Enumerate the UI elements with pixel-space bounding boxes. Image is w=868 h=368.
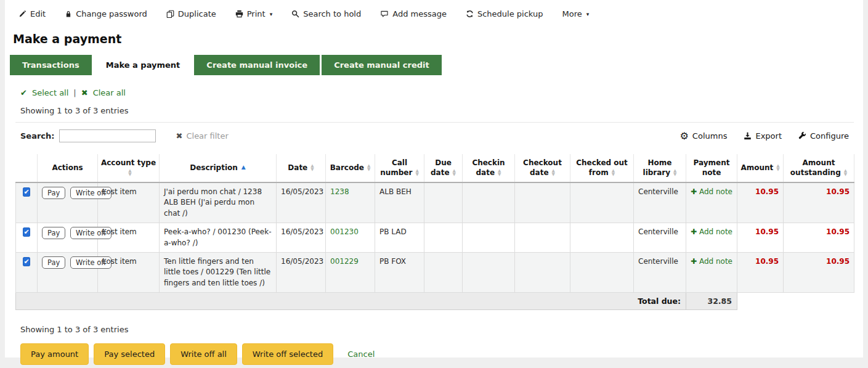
- tab-transactions[interactable]: Transactions: [10, 55, 92, 75]
- account-tabs: Transactions Make a payment Create manua…: [10, 55, 863, 75]
- cell-home-library: Centerville: [634, 182, 686, 223]
- toolbar-more-label: More: [562, 9, 582, 18]
- cell-date: 16/05/2023: [277, 182, 326, 223]
- pay-amount-button[interactable]: Pay amount: [20, 343, 89, 365]
- cell-actions: Pay Write off: [38, 223, 98, 253]
- barcode-link[interactable]: 001230: [330, 227, 359, 236]
- sort-icon: ▲▼: [612, 169, 615, 176]
- cell-payment-note: ✚ Add note: [686, 252, 737, 292]
- toolbar-duplicate[interactable]: Duplicate: [166, 9, 216, 18]
- col-header-amount[interactable]: Amount▲▼: [737, 154, 784, 182]
- pay-button[interactable]: Pay: [42, 187, 65, 199]
- cell-call-number: ALB BEH: [375, 182, 424, 223]
- toolbar-schedule-pickup[interactable]: Schedule pickup: [466, 9, 543, 18]
- sort-asc-icon: ▲: [241, 164, 246, 170]
- toolbar-schedule-pickup-label: Schedule pickup: [477, 9, 543, 18]
- x-icon: ✖: [176, 131, 183, 141]
- cancel-link[interactable]: Cancel: [347, 350, 375, 359]
- row-checkbox[interactable]: ✔: [23, 227, 30, 237]
- toolbar-search-to-hold[interactable]: Search to hold: [291, 9, 361, 18]
- select-all-link[interactable]: Select all: [32, 88, 68, 97]
- toolbar-edit[interactable]: Edit: [18, 9, 46, 18]
- cell-payment-note: ✚ Add note: [686, 182, 737, 223]
- clear-filter-label: Clear filter: [186, 131, 228, 141]
- toolbar-print[interactable]: Print ▾: [235, 9, 272, 18]
- col-header-checkin-date[interactable]: Checkin date▲▼: [463, 154, 515, 182]
- toolbar-add-message[interactable]: Add message: [380, 9, 447, 18]
- cell-due-date: [424, 223, 463, 253]
- export-button-label: Export: [755, 131, 782, 141]
- total-due-label: Total due:: [16, 293, 686, 310]
- col-header-due-date[interactable]: Due date▲▼: [424, 154, 463, 182]
- col-header-payment-note: Payment note: [686, 154, 737, 182]
- plus-icon: ✚: [691, 227, 697, 236]
- cell-description: J'ai perdu mon chat / 1238 ALB BEH (J'ai…: [160, 182, 277, 223]
- sort-icon: ▲▼: [310, 164, 314, 171]
- toolbar-change-password[interactable]: Change password: [65, 9, 147, 18]
- sort-icon: ▲▼: [498, 169, 501, 176]
- tab-create-manual-credit[interactable]: Create manual credit: [322, 55, 442, 75]
- toolbar-duplicate-label: Duplicate: [178, 9, 216, 18]
- toolbar-edit-label: Edit: [30, 9, 46, 18]
- add-note-link[interactable]: ✚ Add note: [691, 187, 732, 196]
- cell-amount: 10.95: [737, 182, 784, 223]
- export-button[interactable]: Export: [744, 131, 782, 141]
- table-row: ✔ Pay Write off Lost item Ten little fin…: [16, 252, 854, 292]
- cell-description: Peek-a-who? / 001230 (Peek-a-who? /): [160, 223, 277, 253]
- cell-account-type: Lost item: [98, 182, 160, 223]
- col-header-call-number[interactable]: Call number▲▼: [375, 154, 424, 182]
- lock-icon: [65, 10, 72, 18]
- cell-date: 16/05/2023: [277, 223, 326, 253]
- selection-links: ✔ Select all | ✖ Clear all: [20, 88, 854, 97]
- cell-call-number: PB FOX: [375, 252, 424, 292]
- col-header-account-type[interactable]: Account type▲▼: [98, 154, 160, 182]
- write-off-selected-button[interactable]: Write off selected: [242, 343, 333, 365]
- cell-home-library: Centerville: [634, 223, 686, 253]
- cell-payment-note: ✚ Add note: [686, 223, 737, 253]
- col-header-checked-out-from[interactable]: Checked out from▲▼: [570, 154, 634, 182]
- col-header-amount-outstanding[interactable]: Amount outstanding▲▼: [784, 154, 854, 182]
- tab-create-manual-invoice[interactable]: Create manual invoice: [194, 55, 320, 75]
- x-icon: ✖: [81, 88, 88, 97]
- cell-checked-out-from: [570, 223, 634, 253]
- columns-button[interactable]: ⚙ Columns: [680, 131, 728, 141]
- pay-button[interactable]: Pay: [42, 256, 65, 269]
- search-input[interactable]: [59, 129, 156, 142]
- cell-account-type: Lost item: [98, 252, 160, 292]
- col-header-date[interactable]: Date▲▼: [277, 154, 326, 182]
- table-row: ✔ Pay Write off Lost item J'ai perdu mon…: [16, 182, 854, 223]
- add-note-link[interactable]: ✚ Add note: [691, 257, 732, 266]
- configure-button[interactable]: Configure: [798, 131, 849, 141]
- main-panel: Edit Change password Duplicate Print ▾ S…: [5, 0, 863, 358]
- barcode-link[interactable]: 1238: [330, 187, 349, 196]
- tab-make-a-payment[interactable]: Make a payment: [94, 55, 193, 75]
- cell-home-library: Centerville: [634, 252, 686, 292]
- sort-icon: ▲▼: [453, 169, 456, 176]
- cell-actions: Pay Write off: [38, 182, 98, 223]
- clear-filter-button[interactable]: ✖ Clear filter: [176, 131, 229, 141]
- row-checkbox[interactable]: ✔: [23, 257, 30, 266]
- payments-table: Actions Account type▲▼ Description▲ Date…: [15, 154, 854, 310]
- col-header-checkout-date[interactable]: Checkout date▲▼: [515, 154, 570, 182]
- cell-due-date: [424, 252, 463, 292]
- check-icon: ✔: [20, 88, 27, 97]
- toolbar-add-message-label: Add message: [392, 9, 447, 18]
- barcode-link[interactable]: 001229: [330, 257, 359, 266]
- pay-selected-button[interactable]: Pay selected: [94, 343, 165, 365]
- add-note-link[interactable]: ✚ Add note: [691, 227, 732, 236]
- cell-checkout-date: [515, 182, 570, 223]
- write-off-all-button[interactable]: Write off all: [170, 343, 237, 365]
- pay-button[interactable]: Pay: [42, 227, 65, 239]
- toolbar-more[interactable]: More ▾: [562, 9, 589, 18]
- clear-all-link[interactable]: Clear all: [93, 88, 126, 97]
- duplicate-icon: [166, 10, 174, 18]
- col-header-barcode[interactable]: Barcode▲▼: [326, 154, 375, 182]
- row-checkbox[interactable]: ✔: [23, 187, 30, 197]
- sort-icon: ▲▼: [776, 164, 779, 171]
- col-header-description[interactable]: Description▲: [160, 154, 277, 182]
- columns-button-label: Columns: [692, 131, 728, 141]
- col-header-home-library[interactable]: Home library▲▼: [634, 154, 686, 182]
- total-due-value: 32.85: [686, 293, 737, 310]
- patron-toolbar: Edit Change password Duplicate Print ▾ S…: [5, 0, 863, 22]
- total-empty-cell: [737, 293, 854, 310]
